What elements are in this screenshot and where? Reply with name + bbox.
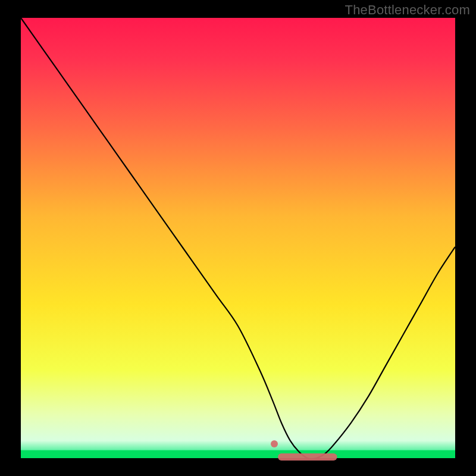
bottleneck-chart	[0, 0, 476, 476]
svg-point-0	[271, 440, 278, 447]
green-band	[21, 450, 455, 458]
watermark-text: TheBottlenecker.com	[345, 2, 470, 18]
plot-area	[21, 18, 455, 458]
